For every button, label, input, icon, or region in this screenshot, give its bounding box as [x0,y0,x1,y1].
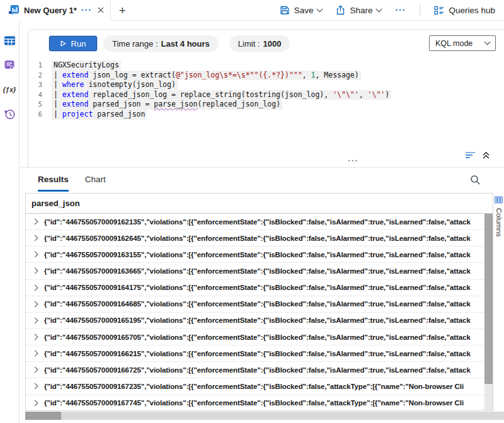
kql-mode-select[interactable]: KQL mode [429,35,496,51]
editor-tools [465,151,490,159]
collapse-editor-icon[interactable] [482,151,490,159]
code-text: NGXSecurityLogs [52,61,121,71]
time-range-value: Last 4 hours [161,39,210,49]
expand-chevron-icon[interactable] [32,235,38,241]
tab-bar: New Query 1* ··· + Save [0,0,504,21]
code-line[interactable]: 5| extend parsed_json = parse_json(repla… [28,100,504,110]
expand-chevron-icon[interactable] [32,351,38,357]
sidebar-functions-icon[interactable]: {ƒx} [3,83,16,96]
code-line[interactable]: 3| where isnotempty(json_log) [28,80,504,90]
query-toolbar: Run Time range : Last 4 hours Limit : 10… [28,30,504,57]
queries-hub-icon [434,6,444,15]
expand-chevron-icon[interactable] [32,301,38,307]
share-label: Share [350,6,372,15]
table-row[interactable]: {"id":"4467550570009162645","violations"… [26,230,484,246]
row-json-value: {"id":"4467550570009166725","violations"… [44,366,471,374]
left-sidebar: {ƒx} [0,21,20,423]
expand-chevron-icon[interactable] [32,400,38,406]
table-row[interactable]: {"id":"4467550570009165705","violations"… [26,329,484,345]
run-label: Run [71,39,86,49]
code-text: | extend json_log = extract(@"json_log\s… [52,71,361,81]
sidebar-data-table-icon[interactable] [3,34,16,47]
play-icon [60,40,66,47]
code-text: | where isnotempty(json_log) [52,80,178,90]
more-actions-button[interactable]: ··· [395,7,406,13]
query-tab[interactable]: New Query 1* ··· [0,0,111,21]
table-row[interactable]: {"id":"4467550570009166725","violations"… [26,362,484,378]
expand-chevron-icon[interactable] [32,317,38,323]
search-results-icon[interactable] [470,175,481,185]
format-query-icon[interactable] [465,151,476,159]
sidebar-history-icon[interactable] [3,108,16,120]
tab-close-icon[interactable] [98,7,104,13]
sidebar-queries-icon[interactable] [3,59,16,71]
actions-divider [420,4,420,16]
table-row[interactable]: {"id":"4467550570009162135","violations"… [26,214,484,230]
columns-panel-toggle[interactable]: Columns [493,193,504,411]
results-tabs: Results Chart [20,168,504,192]
row-json-value: {"id":"4467550570009163665","violations"… [44,267,471,275]
expand-chevron-icon[interactable] [32,252,38,258]
code-text: | extend replaced_json_log = replace_str… [52,90,391,100]
column-header-parsed-json[interactable]: parsed_json [26,194,493,214]
tab-actions: Save Share ··· [280,4,504,16]
vertical-scrollbar[interactable] [484,214,493,410]
table-row[interactable]: {"id":"4467550570009166215","violations"… [26,345,484,362]
share-chevron-down-icon [376,6,382,12]
share-button[interactable]: Share [336,5,381,15]
row-json-value: {"id":"4467550570009162645","violations"… [44,235,471,242]
save-icon [280,5,290,15]
code-line[interactable]: 4| extend replaced_json_log = replace_st… [28,90,504,100]
pane-splitter-handle[interactable]: ··· [348,156,358,166]
row-json-value: {"id":"4467550570009164685","violations"… [44,300,471,308]
line-number: 4 [28,90,42,100]
table-row[interactable]: {"id":"4467550570009167745","violations"… [26,395,484,410]
query-card: Run Time range : Last 4 hours Limit : 10… [28,29,504,167]
line-number: 5 [28,100,42,110]
horizontal-scrollbar-thumb[interactable] [25,412,61,420]
expand-chevron-icon[interactable] [32,219,38,225]
queries-hub-button[interactable]: Queries hub [434,6,495,15]
expand-chevron-icon[interactable] [32,383,38,390]
code-editor[interactable]: 1NGXSecurityLogs2| extend json_log = ext… [28,61,504,120]
table-row[interactable]: {"id":"4467550570009167235","violations"… [26,378,484,395]
line-number: 6 [28,110,42,120]
table-row[interactable]: {"id":"4467550570009163665","violations"… [26,263,484,279]
adx-app-icon [8,4,20,16]
code-line[interactable]: 6| project parsed_json [28,110,504,120]
table-row[interactable]: {"id":"4467550570009164175","violations"… [26,280,484,296]
row-json-value: {"id":"4467550570009164175","violations"… [44,284,471,291]
row-json-value: {"id":"4467550570009162135","violations"… [44,218,471,226]
code-line[interactable]: 1NGXSecurityLogs [28,61,504,71]
horizontal-scrollbar[interactable] [25,412,504,420]
tab-chart[interactable]: Chart [85,175,106,192]
tab-results[interactable]: Results [38,175,69,192]
tab-more-icon[interactable]: ··· [81,7,92,13]
table-row[interactable]: {"id":"4467550570009164685","violations"… [26,296,484,313]
code-text: | extend parsed_json = parse_json(replac… [52,100,282,110]
limit-picker[interactable]: Limit : 1000 [229,35,290,52]
save-button[interactable]: Save [280,5,323,15]
expand-chevron-icon[interactable] [32,334,38,340]
expand-chevron-icon[interactable] [32,268,38,274]
expand-chevron-icon[interactable] [32,284,38,291]
row-json-value: {"id":"4467550570009165705","violations"… [44,333,471,341]
time-range-label: Time range : [112,39,158,49]
expand-chevron-icon[interactable] [32,367,38,373]
code-line[interactable]: 2| extend json_log = extract(@"json_log\… [28,71,504,81]
table-row[interactable]: {"id":"4467550570009163155","violations"… [26,246,484,263]
results-body: {"id":"4467550570009162135","violations"… [26,214,484,410]
row-json-value: {"id":"4467550570009165195","violations"… [44,316,471,324]
vertical-scrollbar-thumb[interactable] [484,214,493,384]
row-json-value: {"id":"4467550570009163155","violations"… [44,251,471,258]
code-lines: 1NGXSecurityLogs2| extend json_log = ext… [28,61,504,120]
row-json-value: {"id":"4467550570009167235","violations"… [44,383,464,390]
new-tab-button[interactable]: + [119,4,126,16]
columns-panel-label: Columns [495,208,503,236]
results-grid: parsed_json {"id":"4467550570009162135",… [25,193,493,411]
line-number: 1 [28,61,42,71]
line-number: 3 [28,80,42,90]
table-row[interactable]: {"id":"4467550570009165195","violations"… [26,313,484,329]
time-range-picker[interactable]: Time range : Last 4 hours [103,35,219,52]
run-button[interactable]: Run [49,36,97,51]
